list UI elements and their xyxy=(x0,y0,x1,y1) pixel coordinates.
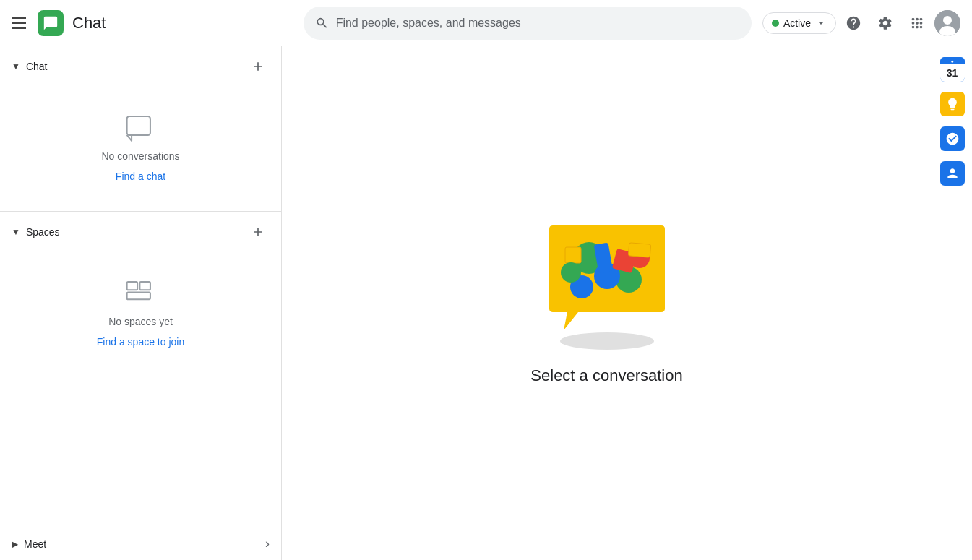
meet-section-header[interactable]: ▶ Meet › xyxy=(0,527,281,560)
header-right: Active xyxy=(762,9,960,38)
meet-chevron-right-icon: ▶ xyxy=(12,539,18,549)
google-apps-button[interactable] xyxy=(903,9,932,38)
contacts-icon xyxy=(940,161,965,186)
no-spaces-text: No spaces yet xyxy=(108,316,173,327)
speech-bubble-icon xyxy=(126,112,156,145)
find-chat-link[interactable]: Find a chat xyxy=(116,171,165,182)
svg-point-7 xyxy=(560,332,654,350)
status-button[interactable]: Active xyxy=(762,12,836,34)
main-layout: ▼ Chat No conversations Find a chat xyxy=(0,46,972,560)
svg-rect-4 xyxy=(126,282,137,290)
status-dot xyxy=(772,20,779,27)
sidebar: ▼ Chat No conversations Find a chat xyxy=(0,46,282,560)
conversation-illustration xyxy=(535,222,679,352)
chat-logo-icon xyxy=(43,15,59,31)
spaces-section-header[interactable]: ▼ Spaces xyxy=(0,212,281,252)
tasks-icon-svg xyxy=(945,132,960,146)
google-apps-icon xyxy=(909,15,925,31)
add-space-icon xyxy=(251,225,265,239)
no-chat-icon xyxy=(126,116,156,142)
settings-button[interactable] xyxy=(871,9,900,38)
chevron-down-icon xyxy=(815,17,827,29)
calendar-icon: ● 31 xyxy=(940,57,965,82)
app-header: Chat Active xyxy=(0,0,972,46)
contacts-rail-button[interactable] xyxy=(938,159,967,188)
spaces-grid-icon xyxy=(126,277,156,311)
chat-section-title: Chat xyxy=(26,61,48,72)
chat-section-header[interactable]: ▼ Chat xyxy=(0,46,281,87)
chat-chevron-down-icon: ▼ xyxy=(12,61,20,72)
chat-section-content: No conversations Find a chat xyxy=(0,87,281,211)
spaces-chevron-down-icon: ▼ xyxy=(12,227,20,237)
search-input[interactable] xyxy=(336,17,740,30)
meet-section: ▶ Meet › xyxy=(0,527,281,560)
meet-section-title: Meet xyxy=(24,538,46,550)
select-conversation-text: Select a conversation xyxy=(530,366,682,385)
svg-rect-5 xyxy=(139,282,150,290)
hamburger-menu-button[interactable] xyxy=(12,14,29,32)
tasks-rail-button[interactable] xyxy=(938,124,967,153)
contacts-icon-svg xyxy=(945,166,960,181)
add-space-button[interactable] xyxy=(246,220,270,244)
spaces-section-content: No spaces yet Find a space to join xyxy=(0,252,281,376)
chat-illustration-svg xyxy=(535,222,679,352)
help-icon xyxy=(846,15,861,31)
search-bar-inner xyxy=(304,7,752,40)
chat-logo xyxy=(38,10,64,36)
no-spaces-icon xyxy=(126,281,156,307)
svg-rect-14 xyxy=(565,247,581,263)
add-chat-button[interactable] xyxy=(246,55,270,78)
spaces-section-title-row: ▼ Spaces xyxy=(12,226,60,238)
search-icon xyxy=(315,16,329,30)
svg-rect-3 xyxy=(126,116,150,135)
calendar-month-label: ● xyxy=(950,59,953,64)
no-conversations-text: No conversations xyxy=(101,150,179,162)
help-button[interactable] xyxy=(839,9,868,38)
status-label: Active xyxy=(783,17,811,29)
keep-icon xyxy=(940,92,965,116)
spaces-section-title: Spaces xyxy=(26,226,60,238)
search-bar xyxy=(304,7,752,40)
svg-point-17 xyxy=(561,262,581,283)
keep-rail-button[interactable] xyxy=(938,90,967,119)
svg-rect-16 xyxy=(628,242,650,257)
keep-icon-svg xyxy=(945,97,960,111)
avatar-image xyxy=(934,10,960,36)
svg-point-1 xyxy=(943,16,952,25)
user-avatar[interactable] xyxy=(934,10,960,36)
app-title: Chat xyxy=(72,14,106,33)
center-content: Select a conversation xyxy=(282,46,932,560)
calendar-rail-button[interactable]: ● 31 xyxy=(938,55,967,84)
calendar-day-number: 31 xyxy=(947,67,958,79)
right-rail: ● 31 xyxy=(932,46,972,560)
add-chat-icon xyxy=(251,59,265,74)
chat-section-title-row: ▼ Chat xyxy=(12,61,47,72)
svg-rect-6 xyxy=(126,293,150,300)
header-left: Chat xyxy=(12,10,293,36)
meet-expand-icon: › xyxy=(265,536,270,551)
settings-icon xyxy=(877,15,893,31)
tasks-icon xyxy=(940,126,965,151)
find-space-link[interactable]: Find a space to join xyxy=(97,336,184,348)
